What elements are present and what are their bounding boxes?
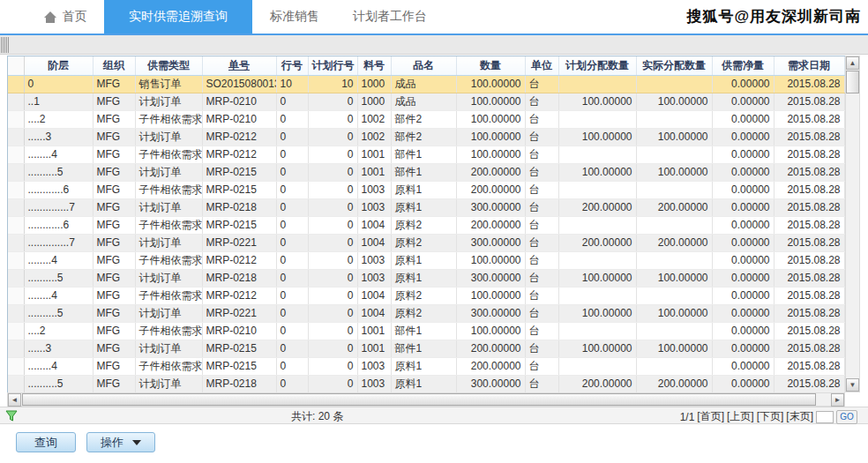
row-selector[interactable] [8, 75, 24, 93]
cell: 2015.08.28 [774, 340, 844, 357]
table-row[interactable]: ............6MFG子件相依需求MRP-0215001004原料22… [8, 216, 844, 234]
cell: MFG [93, 269, 135, 287]
row-selector[interactable] [8, 163, 24, 181]
column-header-2[interactable]: 组织 [93, 56, 135, 75]
table-row[interactable]: ........4MFG子件相依需求MRP-0215001003原料1200.0… [8, 357, 844, 375]
tab-realtime-supply-demand-trace[interactable]: 实时供需追溯查询 [104, 0, 252, 34]
row-selector[interactable] [8, 251, 24, 269]
column-header-7[interactable]: 料号 [357, 56, 391, 75]
page-number-input[interactable] [816, 411, 834, 423]
column-header-5[interactable]: 行号 [276, 56, 308, 75]
scroll-down-arrow-icon[interactable]: ▼ [846, 378, 859, 392]
cell: 0 [308, 146, 357, 163]
column-header-9[interactable]: 数量 [456, 56, 525, 75]
cell: MFG [93, 216, 135, 234]
cell: 100.00000 [558, 93, 636, 110]
row-selector[interactable] [8, 340, 24, 357]
toolbar-grip-handle[interactable] [1, 37, 9, 53]
cell: 台 [525, 163, 558, 181]
cell: 100.00000 [636, 128, 712, 146]
row-selector[interactable] [8, 110, 24, 128]
table-row[interactable]: ..........5MFG计划订单MRP-0218001003原料1300.0… [8, 375, 844, 392]
row-selector[interactable] [8, 198, 24, 216]
cell: 100.00000 [558, 128, 636, 146]
cell: 200.00000 [456, 357, 525, 375]
scroll-right-arrow-icon[interactable]: ► [831, 393, 844, 407]
prev-page-link[interactable]: [上页] [727, 409, 754, 424]
row-selector[interactable] [8, 375, 24, 392]
table-row[interactable]: ..........5MFG计划订单MRP-0215001001部件1200.0… [8, 163, 844, 181]
select-all-header[interactable] [8, 56, 24, 75]
cell: 1004 [357, 216, 391, 234]
row-selector[interactable] [8, 322, 24, 340]
table-row[interactable]: ..............7MFG计划订单MRP-0218001003原料13… [8, 198, 844, 216]
table-row[interactable]: ............6MFG子件相依需求MRP-0215001003原料12… [8, 181, 844, 198]
column-header-6[interactable]: 计划行号 [308, 56, 357, 75]
last-page-link[interactable]: [末页] [786, 409, 813, 424]
cell: 0.00000 [712, 128, 774, 146]
column-header-10[interactable]: 单位 [525, 56, 558, 75]
cell: 计划订单 [135, 304, 202, 322]
scroll-left-arrow-icon[interactable]: ◄ [8, 393, 21, 407]
tab-standard-sales[interactable]: 标准销售 [252, 0, 337, 34]
table-row[interactable]: ..........5MFG计划订单MRP-0221001004原料2300.0… [8, 304, 844, 322]
cell [558, 75, 636, 93]
table-row[interactable]: ......3MFG计划订单MRP-0215001001部件1200.00000… [8, 340, 844, 357]
row-selector[interactable] [8, 234, 24, 251]
tab-home[interactable]: 首页 [26, 0, 104, 34]
table-row[interactable]: ..........5MFG计划订单MRP-0218001003原料1300.0… [8, 269, 844, 287]
cell: MFG [93, 128, 135, 146]
row-selector[interactable] [8, 287, 24, 304]
column-header-1[interactable]: 阶层 [24, 56, 93, 75]
vertical-scrollbar[interactable]: ▲ ▼ [845, 56, 860, 392]
column-header-4[interactable]: 单号 [202, 56, 276, 75]
row-selector[interactable] [8, 304, 24, 322]
table-row[interactable]: 0MFG销售订单SO201508001310101000成品100.00000台… [8, 75, 844, 93]
table-row[interactable]: ....2MFG子件相依需求MRP-0210001001部件1100.00000… [8, 322, 844, 340]
row-selector[interactable] [8, 181, 24, 198]
row-selector[interactable] [8, 216, 24, 234]
row-selector[interactable] [8, 357, 24, 375]
scroll-up-arrow-icon[interactable]: ▲ [846, 56, 859, 70]
column-header-8[interactable]: 品名 [391, 56, 456, 75]
table-row[interactable]: ..1MFG计划订单MRP-0210001000成品100.00000台100.… [8, 93, 844, 110]
row-selector[interactable] [8, 128, 24, 146]
horizontal-scrollbar[interactable]: ◄ ► [7, 392, 845, 407]
first-page-link[interactable]: [首页] [697, 409, 724, 424]
filter-icon[interactable] [5, 410, 18, 422]
next-page-link[interactable]: [下页] [757, 409, 784, 424]
cell: ..........5 [24, 304, 93, 322]
row-selector[interactable] [8, 269, 24, 287]
operate-button[interactable]: 操作 [86, 432, 155, 452]
column-header-13[interactable]: 供需净量 [712, 56, 774, 75]
column-header-14[interactable]: 需求日期 [774, 56, 844, 75]
cell: 台 [525, 75, 558, 93]
table-row[interactable]: ....2MFG子件相依需求MRP-0210001002部件2100.00000… [8, 110, 844, 128]
table-row[interactable]: ........4MFG子件相依需求MRP-0212001003原料1100.0… [8, 251, 844, 269]
table-row[interactable]: ........4MFG子件相依需求MRP-0212001004原料2100.0… [8, 287, 844, 304]
cell: MRP-0215 [202, 181, 276, 198]
cell: MRP-0215 [202, 357, 276, 375]
cell: ........4 [24, 251, 93, 269]
column-header-12[interactable]: 实际分配数量 [636, 56, 712, 75]
table-row[interactable]: ........4MFG子件相依需求MRP-0212001001部件1100.0… [8, 146, 844, 163]
cell: 计划订单 [135, 340, 202, 357]
table-row[interactable]: ......3MFG计划订单MRP-0212001002部件2100.00000… [8, 128, 844, 146]
column-header-3[interactable]: 供需类型 [135, 56, 202, 75]
tab-label: 计划者工作台 [353, 9, 427, 25]
horizontal-scrollbar-thumb[interactable] [22, 393, 816, 406]
cell: ....2 [24, 110, 93, 128]
action-button-row: 查询 操作 [16, 432, 155, 452]
column-header-11[interactable]: 计划分配数量 [558, 56, 636, 75]
tab-planner-workbench[interactable]: 计划者工作台 [337, 0, 443, 34]
cell: 子件相依需求 [135, 110, 202, 128]
table-row[interactable]: ..............7MFG计划订单MRP-0221001004原料23… [8, 234, 844, 251]
cell: MFG [93, 163, 135, 181]
cell: 200.00000 [558, 375, 636, 392]
row-selector[interactable] [8, 146, 24, 163]
query-button[interactable]: 查询 [16, 432, 76, 452]
go-button[interactable]: GO [836, 410, 857, 424]
vertical-scrollbar-thumb[interactable] [846, 71, 859, 93]
row-selector[interactable] [8, 93, 24, 110]
page-info-label: 1/1 [680, 411, 695, 423]
